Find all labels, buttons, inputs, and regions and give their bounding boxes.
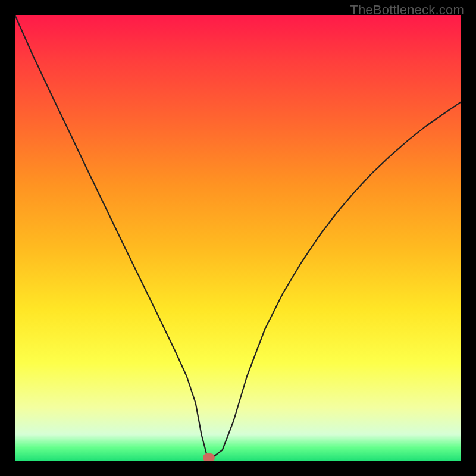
plot-area [15,15,461,461]
minimum-marker [203,453,215,461]
watermark-text: TheBottleneck.com [350,2,464,18]
chart-frame: TheBottleneck.com [0,0,476,476]
bottleneck-curve [15,15,461,461]
